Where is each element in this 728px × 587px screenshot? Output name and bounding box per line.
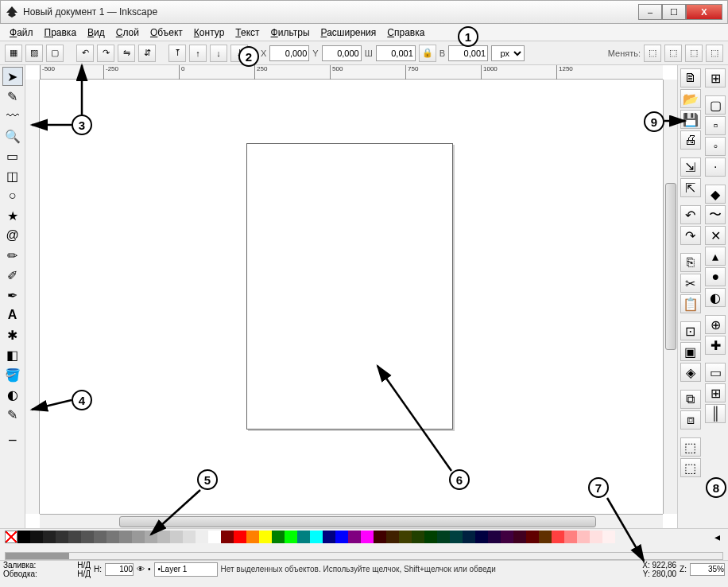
color-swatch[interactable] (437, 531, 450, 543)
minimize-button[interactable]: – (638, 4, 662, 20)
color-swatch[interactable] (450, 531, 463, 543)
color-swatch[interactable] (246, 531, 259, 543)
color-swatch[interactable] (488, 531, 501, 543)
snap-smooth[interactable]: ● (705, 267, 726, 286)
eraser-tool[interactable]: ◧ (2, 345, 23, 364)
visibility-icon[interactable]: 👁 (137, 565, 145, 573)
snap-guide[interactable]: ║ (705, 404, 726, 423)
color-swatch[interactable] (119, 531, 132, 543)
color-swatch[interactable] (221, 531, 234, 543)
affect-rotate-button[interactable]: ⬚ (685, 45, 703, 62)
calligraphy-tool[interactable]: ✒ (2, 286, 23, 305)
color-swatch[interactable] (234, 531, 246, 543)
fill-value[interactable]: Н/Д (77, 561, 91, 570)
color-swatch[interactable] (424, 531, 437, 543)
snap-grid[interactable]: ⊞ (705, 383, 726, 402)
flip-v-button[interactable]: ⇵ (138, 45, 156, 62)
dropper-tool[interactable]: ✎ (2, 405, 23, 424)
color-swatch[interactable] (475, 531, 488, 543)
layer-select[interactable]: •Layer 1 (154, 562, 218, 577)
undo-button[interactable]: ↶ (680, 205, 701, 224)
color-swatch[interactable] (335, 531, 348, 543)
menu-filters[interactable]: Фильтры (266, 25, 315, 40)
color-swatch[interactable] (17, 531, 30, 543)
snap-bbox-corner[interactable]: ◦ (705, 137, 726, 156)
stroke-value[interactable]: Н/Д (77, 570, 91, 578)
rect-tool[interactable]: ▭ (2, 146, 23, 165)
no-color-swatch[interactable] (5, 531, 17, 543)
color-swatch[interactable] (590, 531, 602, 543)
node-tool[interactable]: ✎ (2, 87, 23, 106)
select-all-button[interactable]: ▦ (5, 45, 22, 62)
menu-object[interactable]: Объект (145, 25, 188, 40)
affect-move-button[interactable]: ⬚ (644, 45, 661, 62)
canvas[interactable] (40, 80, 663, 514)
open-button[interactable]: 📂 (680, 89, 701, 108)
color-swatch[interactable] (310, 531, 323, 543)
save-button[interactable]: 💾 (680, 110, 701, 129)
new-button[interactable]: 🗎 (680, 68, 701, 87)
snap-path[interactable]: 〜 (705, 205, 726, 224)
group-button[interactable]: ⬚ (680, 437, 701, 457)
tweak-tool[interactable]: 〰 (2, 107, 23, 126)
color-swatch[interactable] (106, 531, 119, 543)
color-swatch[interactable] (602, 531, 615, 543)
color-swatch[interactable] (285, 531, 297, 543)
menu-help[interactable]: Справка (382, 25, 429, 40)
star-tool[interactable]: ★ (2, 206, 23, 225)
copy-button[interactable]: ⎘ (680, 253, 701, 272)
color-swatch[interactable] (501, 531, 513, 543)
menu-path[interactable]: Контур (189, 25, 229, 40)
snap-midpoint[interactable]: ◐ (705, 288, 726, 307)
scrollbar-vertical[interactable] (663, 80, 677, 514)
snap-bbox-edge[interactable]: ▫ (705, 116, 726, 135)
flip-h-button[interactable]: ⇋ (118, 45, 135, 62)
color-swatch[interactable] (170, 531, 183, 543)
color-swatch[interactable] (552, 531, 564, 543)
menu-extensions[interactable]: Расширения (316, 25, 381, 40)
palette-menu-icon[interactable]: ◂ (711, 531, 723, 543)
maximize-button[interactable]: ☐ (662, 4, 686, 20)
zoom-drawing-button[interactable]: ◈ (680, 363, 701, 382)
units-select[interactable]: px (491, 45, 525, 61)
color-swatch[interactable] (386, 531, 399, 543)
color-swatch[interactable] (183, 531, 196, 543)
color-swatch[interactable] (43, 531, 56, 543)
menu-text[interactable]: Текст (230, 25, 264, 40)
color-swatch[interactable] (145, 531, 157, 543)
raise-button[interactable]: ↑ (189, 45, 207, 62)
snap-center[interactable]: ⊕ (705, 315, 726, 334)
scrollbar-horizontal[interactable] (40, 514, 663, 528)
affect-scale-button[interactable]: ⬚ (664, 45, 682, 62)
gradient-tool[interactable]: ◐ (2, 385, 23, 404)
rotate-ccw-button[interactable]: ↶ (76, 45, 94, 62)
color-swatch[interactable] (361, 531, 374, 543)
zoom-fit-button[interactable]: ⊡ (680, 321, 701, 340)
ellipse-tool[interactable]: ○ (2, 186, 23, 205)
zoom-tool[interactable]: 🔍 (2, 126, 23, 146)
import-button[interactable]: ⇲ (680, 157, 701, 177)
snap-node[interactable]: ◆ (705, 185, 726, 204)
pencil-tool[interactable]: ✏ (2, 246, 23, 265)
menu-file[interactable]: Файл (5, 25, 38, 40)
snap-rotation[interactable]: ✚ (705, 336, 726, 355)
y-field[interactable] (322, 45, 362, 61)
x-field[interactable] (269, 45, 309, 61)
color-swatch[interactable] (196, 531, 208, 543)
lower-button[interactable]: ↓ (210, 45, 227, 62)
color-swatch[interactable] (399, 531, 412, 543)
lock-layer-icon[interactable]: • (148, 565, 151, 573)
color-swatch[interactable] (56, 531, 68, 543)
menu-edit[interactable]: Правка (40, 25, 82, 40)
color-swatch[interactable] (323, 531, 335, 543)
cut-button[interactable]: ✂ (680, 274, 701, 293)
color-swatch[interactable] (564, 531, 577, 543)
deselect-button[interactable]: ▢ (46, 45, 64, 62)
color-swatch[interactable] (157, 531, 170, 543)
zoom-field[interactable] (690, 563, 725, 576)
color-swatch[interactable] (94, 531, 106, 543)
rotate-cw-button[interactable]: ↷ (97, 45, 114, 62)
color-swatch[interactable] (463, 531, 475, 543)
color-swatch[interactable] (68, 531, 81, 543)
color-swatch[interactable] (208, 531, 221, 543)
